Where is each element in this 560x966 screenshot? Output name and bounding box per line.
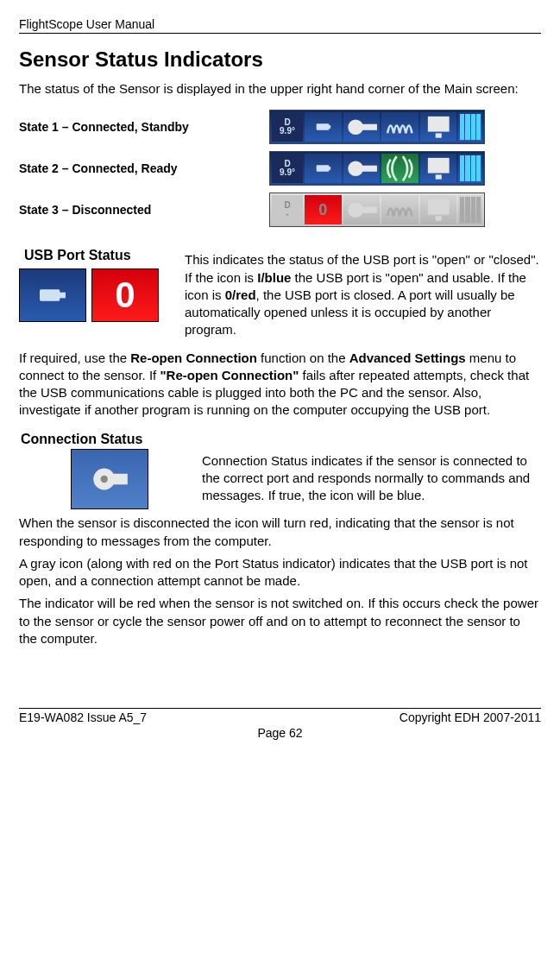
status-bar-image: D 9.9° <box>269 151 485 186</box>
svg-rect-16 <box>40 290 60 301</box>
svg-rect-19 <box>113 473 128 484</box>
svg-rect-0 <box>317 124 330 130</box>
svg-point-2 <box>348 119 363 135</box>
svg-rect-6 <box>317 166 330 172</box>
state-row: State 1 – Connected, Standby D 9.9° <box>19 110 541 144</box>
conn-para-4: The indicator will be red when the senso… <box>19 595 541 647</box>
page-number: Page 62 <box>19 726 541 740</box>
svg-rect-7 <box>328 167 331 170</box>
svg-rect-17 <box>57 293 66 299</box>
svg-rect-3 <box>362 124 377 130</box>
connection-icon <box>343 195 381 224</box>
svg-rect-10 <box>427 158 449 174</box>
angle-indicator: D 9.9° <box>272 112 303 142</box>
status-bar-image: D 9.9° <box>269 110 485 144</box>
connection-icon <box>343 112 381 142</box>
copyright: Copyright EDH 2007-2011 <box>400 710 541 724</box>
usb-closed-icon: 0 <box>91 268 159 322</box>
usb-port-status-section: USB Port Status 0 This indicates the sta… <box>19 246 541 344</box>
svg-point-20 <box>101 475 108 482</box>
monitor-icon <box>420 112 457 142</box>
usb-status-icon <box>305 154 342 183</box>
monitor-icon <box>420 195 457 224</box>
signal-bars-icon <box>458 112 482 142</box>
usb-open-icon <box>19 268 86 322</box>
svg-rect-4 <box>427 117 449 132</box>
signal-bars-icon <box>458 195 482 224</box>
angle-indicator: D 9.9° <box>272 154 303 183</box>
section-heading: Sensor Status Indicators <box>19 47 541 72</box>
usb-description: This indicates the status of the USB por… <box>185 251 541 338</box>
status-bar-image: D - 0 <box>269 193 485 227</box>
svg-point-12 <box>348 202 363 218</box>
usb-status-icon: 0 <box>305 195 342 224</box>
svg-rect-13 <box>362 207 377 213</box>
connection-status-section: Connection Status Connection Status indi… <box>19 432 541 510</box>
monitor-icon <box>420 154 457 183</box>
wave-icon <box>381 112 418 142</box>
svg-rect-11 <box>435 174 441 179</box>
wave-icon <box>381 195 418 224</box>
conn-para-3: A gray icon (along with red on the Port … <box>19 555 541 590</box>
svg-rect-5 <box>435 133 441 137</box>
page-footer: E19-WA082 Issue A5_7 Copyright EDH 2007-… <box>19 708 541 724</box>
state-row: State 3 – Disconnected D - 0 <box>19 193 541 227</box>
connection-icon <box>343 154 381 183</box>
svg-rect-1 <box>328 125 331 129</box>
wave-icon <box>381 154 418 183</box>
usb-title: USB Port Status <box>24 248 174 263</box>
conn-para-2: When the sensor is disconnected the icon… <box>19 515 541 550</box>
page-header: FlightScope User Manual <box>19 17 541 34</box>
svg-rect-9 <box>362 166 377 172</box>
usb-status-icon <box>305 112 342 142</box>
zero-label: 0 <box>318 201 327 219</box>
state-label: State 1 – Connected, Standby <box>19 120 269 134</box>
angle-indicator: D - <box>272 195 303 224</box>
svg-rect-14 <box>427 199 449 215</box>
states-list: State 1 – Connected, Standby D 9.9° <box>19 110 541 227</box>
reopen-description: If required, use the Re-open Connection … <box>19 350 541 420</box>
connection-plug-icon <box>71 449 148 509</box>
intro-text: The status of the Sensor is displayed in… <box>19 80 541 98</box>
connection-title: Connection Status <box>21 432 192 447</box>
connection-description: Connection Status indicates if the senso… <box>202 452 541 505</box>
document-id: E19-WA082 Issue A5_7 <box>19 710 147 724</box>
state-label: State 2 – Connected, Ready <box>19 161 269 175</box>
state-label: State 3 – Disconnected <box>19 203 269 217</box>
manual-title: FlightScope User Manual <box>19 17 154 31</box>
svg-rect-15 <box>435 216 441 220</box>
state-row: State 2 – Connected, Ready D 9.9° <box>19 151 541 186</box>
signal-bars-icon <box>458 154 482 183</box>
svg-point-8 <box>348 161 363 176</box>
usb-icon-group: 0 <box>19 268 174 322</box>
